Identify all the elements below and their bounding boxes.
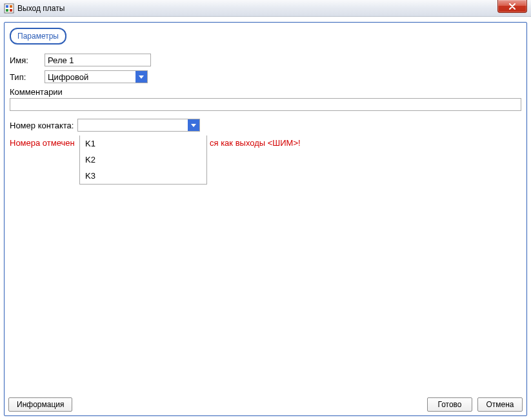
client-area: Параметры Имя: Тип: Цифровой Комментарии… [4,22,527,416]
contact-label: Номер контакта: [10,121,74,130]
warning-left: Номера отмечен [10,138,75,148]
tab-bar: Параметры [5,23,526,45]
contact-dropdown: K1 K2 K3 [79,135,207,185]
app-icon [4,3,14,14]
dialog-footer: Информация Готово Отмена [8,397,523,412]
title-bar[interactable]: Выход платы [0,0,531,17]
chevron-down-icon [135,71,147,83]
svg-rect-3 [6,9,8,12]
dialog-window: Выход платы Параметры Имя: Тип: Цифровой [0,0,531,420]
comments-input[interactable] [10,98,521,111]
cancel-button[interactable]: Отмена [477,397,523,412]
form-area: Имя: Тип: Цифровой Комментарии Номер кон… [5,45,526,148]
contact-select-value [78,119,188,131]
row-name: Имя: [10,54,521,66]
row-contact: Номер контакта: [10,119,521,132]
row-type: Тип: Цифровой [10,70,521,83]
window-title: Выход платы [17,4,65,13]
warning-right: ся как выходы <ШИМ>! [210,138,301,148]
type-select-value: Цифровой [45,71,135,83]
chevron-down-icon [188,119,199,131]
svg-rect-2 [10,5,12,8]
close-button[interactable] [497,0,527,13]
contact-option[interactable]: K1 [80,135,206,152]
type-label: Тип: [10,72,45,82]
comments-label: Комментарии [10,87,521,97]
name-label: Имя: [10,55,45,65]
svg-rect-1 [6,5,8,8]
contact-option[interactable]: K3 [80,168,206,184]
contact-select[interactable] [77,119,200,132]
type-select[interactable]: Цифровой [45,70,148,83]
tab-parameters[interactable]: Параметры [10,28,66,45]
info-button[interactable]: Информация [8,397,72,412]
contact-option[interactable]: K2 [80,152,206,168]
svg-rect-4 [10,9,12,12]
ok-button[interactable]: Готово [427,397,472,412]
name-input[interactable] [45,54,151,66]
